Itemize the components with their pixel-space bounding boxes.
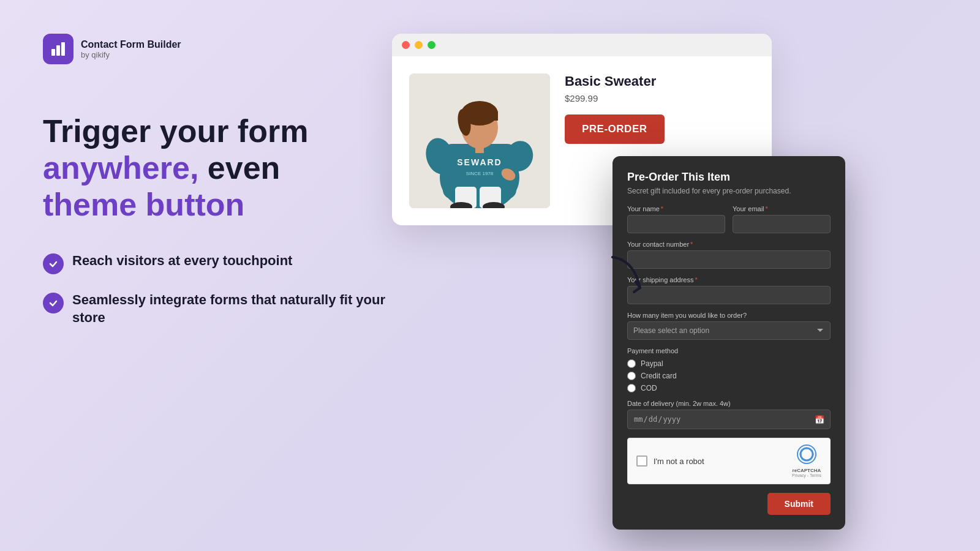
payment-section: Payment method Paypal Credit card COD <box>627 347 831 392</box>
captcha-box[interactable]: I'm not a robot reCAPTCHA Privacy - Term… <box>627 438 831 484</box>
brand-title: Contact Form Builder <box>81 39 181 50</box>
email-label: Your email* <box>733 205 831 212</box>
quantity-group: How many item you would like to order? P… <box>627 312 831 340</box>
heading-line1: Trigger your form <box>43 113 308 149</box>
hero-heading: Trigger your form anywhere, even theme b… <box>43 113 386 223</box>
quantity-label: How many item you would like to order? <box>627 312 831 319</box>
contact-label: Your contact number* <box>627 241 831 248</box>
feature-item-1: Reach visitors at every touchpoint <box>43 252 386 274</box>
name-input[interactable] <box>627 215 725 233</box>
svg-text:SINCE 1978: SINCE 1978 <box>466 171 494 176</box>
cod-text: COD <box>641 384 657 392</box>
preorder-form-panel: Pre-Order This Item Secret gift included… <box>612 156 845 530</box>
svg-rect-2 <box>61 42 65 56</box>
heading-line2: even <box>198 150 280 186</box>
payment-paypal-label[interactable]: Paypal <box>627 359 831 368</box>
shipping-label: Your shipping address* <box>627 276 831 283</box>
feature-list: Reach visitors at every touchpoint Seaml… <box>43 252 386 326</box>
email-group: Your email* <box>733 205 831 233</box>
recaptcha-sub: Privacy - Terms <box>792 473 821 478</box>
product-image: SEWARD SINCE 1978 <box>409 73 550 208</box>
arrow-decoration <box>600 248 655 305</box>
payment-cod-radio[interactable] <box>627 384 636 392</box>
brand-subtitle: by qikify <box>81 50 181 59</box>
date-input-wrap: 📅 <box>627 410 831 429</box>
window-dot-yellow[interactable] <box>415 41 423 49</box>
check-icon-2 <box>43 293 64 313</box>
captcha-left: I'm not a robot <box>636 455 704 467</box>
svg-rect-1 <box>56 45 60 56</box>
contact-input[interactable] <box>627 250 831 269</box>
browser-titlebar <box>392 34 772 56</box>
recaptcha-icon <box>797 444 816 468</box>
captcha-text: I'm not a robot <box>654 457 704 466</box>
feature-item-2: Seamlessly integrate forms that naturall… <box>43 291 386 326</box>
captcha-checkbox[interactable] <box>636 455 647 467</box>
payment-credit-radio[interactable] <box>627 372 636 380</box>
name-email-row: Your name* Your email* <box>627 205 831 233</box>
brand-icon <box>43 34 74 64</box>
svg-rect-20 <box>475 144 484 153</box>
payment-credit-label[interactable]: Credit card <box>627 372 831 380</box>
product-name: Basic Sweater <box>565 73 665 89</box>
form-title: Pre-Order This Item <box>627 171 831 184</box>
submit-button[interactable]: Submit <box>767 493 831 515</box>
email-input[interactable] <box>733 215 831 233</box>
heading-highlight: anywhere, <box>43 150 198 186</box>
check-icon-1 <box>43 253 64 274</box>
quantity-select[interactable]: Please select an option 1 2 3 5 10 <box>627 321 831 340</box>
feature-text-2: Seamlessly integrate forms that naturall… <box>72 291 386 326</box>
captcha-logo: reCAPTCHA Privacy - Terms <box>792 444 821 478</box>
payment-cod-label[interactable]: COD <box>627 384 831 392</box>
brand-text: Contact Form Builder by qikify <box>81 39 181 59</box>
payment-paypal-radio[interactable] <box>627 359 636 368</box>
product-price: $299.99 <box>565 93 665 103</box>
window-dot-green[interactable] <box>428 41 435 49</box>
delivery-group: Date of delivery (min. 2w max. 4w) 📅 <box>627 400 831 438</box>
paypal-text: Paypal <box>641 359 663 368</box>
feature-text-1: Reach visitors at every touchpoint <box>72 252 292 270</box>
shipping-group: Your shipping address* <box>627 276 831 304</box>
heading-line3: theme button <box>43 187 244 222</box>
svg-text:SEWARD: SEWARD <box>457 157 502 167</box>
contact-group: Your contact number* <box>627 241 831 269</box>
credit-text: Credit card <box>641 372 677 380</box>
window-dot-red[interactable] <box>402 41 410 49</box>
submit-row: Submit <box>627 493 831 515</box>
svg-rect-0 <box>51 49 55 56</box>
preorder-button[interactable]: PRE-ORDER <box>565 114 665 144</box>
payment-label: Payment method <box>627 347 831 354</box>
name-group: Your name* <box>627 205 725 233</box>
payment-radio-group: Paypal Credit card COD <box>627 359 831 392</box>
brand-header: Contact Form Builder by qikify <box>43 34 181 64</box>
delivery-label: Date of delivery (min. 2w max. 4w) <box>627 400 831 407</box>
recaptcha-brand: reCAPTCHA <box>793 468 821 473</box>
shipping-input[interactable] <box>627 286 831 304</box>
hero-section: Trigger your form anywhere, even theme b… <box>43 113 386 327</box>
date-input[interactable] <box>627 410 831 429</box>
product-info: Basic Sweater $299.99 PRE-ORDER <box>565 73 665 144</box>
form-subtitle: Secret gift included for every pre-order… <box>627 187 831 195</box>
name-label: Your name* <box>627 205 725 212</box>
